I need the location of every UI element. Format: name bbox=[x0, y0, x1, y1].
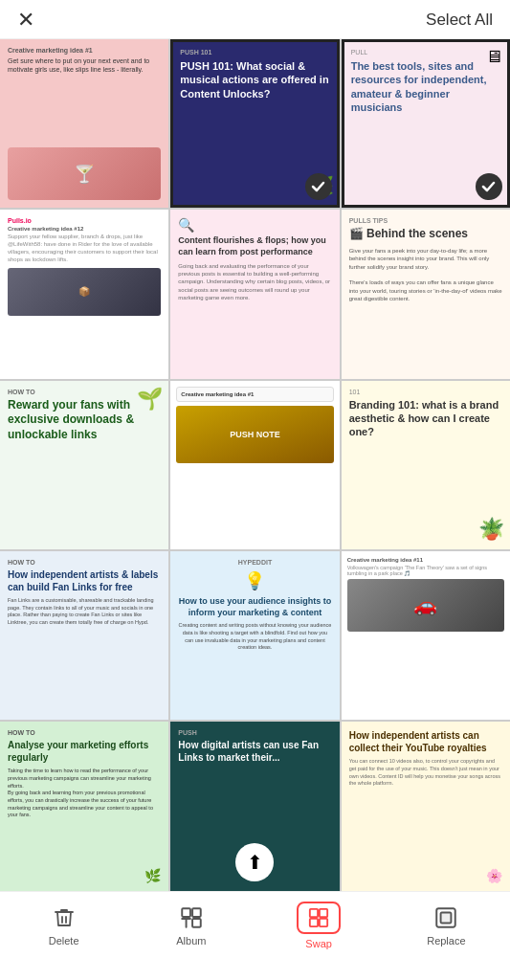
item15-body: You can connect 10 videos also, to contr… bbox=[349, 758, 502, 788]
item12-tag: Creative marketing idea #11 bbox=[347, 557, 504, 563]
item11-tag: HYPEDDIT bbox=[238, 559, 272, 566]
item7-emoji: 🌱 bbox=[137, 387, 163, 542]
item8-image: PUSH NOTE bbox=[176, 406, 333, 463]
item14-title: How digital artists can use Fan Links to… bbox=[178, 739, 331, 764]
grid-item-2[interactable]: PUSH 101 PUSH 101: What social & musical… bbox=[170, 39, 339, 208]
item15-title: How independent artists can collect thei… bbox=[349, 729, 502, 754]
grid-item-7[interactable]: HOW TO Reward your fans with exclusive d… bbox=[0, 381, 168, 549]
item10-body: Fan Links are a customisable, shareable … bbox=[8, 597, 161, 627]
item2-tag: PUSH 101 bbox=[180, 49, 329, 56]
item12-image: 🚗 bbox=[347, 579, 504, 632]
item6-tag: PULLS TIPS bbox=[349, 217, 502, 224]
svg-rect-2 bbox=[192, 919, 201, 927]
grid-item-3[interactable]: PULL The best tools, sites and resources… bbox=[342, 39, 510, 208]
close-button[interactable]: ✕ bbox=[17, 10, 34, 31]
item13-body: Taking the time to learn how to read the… bbox=[8, 768, 161, 819]
item1-tag: Creative marketing idea #1 bbox=[8, 47, 161, 54]
item13-tag: HOW TO bbox=[8, 729, 161, 736]
grid-item-15[interactable]: How independent artists can collect thei… bbox=[342, 722, 510, 890]
item11-body: Creating content and writing posts witho… bbox=[178, 622, 331, 652]
swap-icon bbox=[308, 907, 329, 928]
item8-mini-card: Creative marketing idea #1 bbox=[176, 387, 333, 402]
item6-title: 🎬 Behind the scenes bbox=[349, 227, 502, 242]
bottom-navigation: Delete Album Swap bbox=[0, 891, 510, 963]
item3-tag: PULL bbox=[351, 49, 368, 56]
svg-rect-10 bbox=[441, 912, 452, 923]
item3-emoji: 🖥 bbox=[485, 47, 502, 67]
item13-emoji: 🌿 bbox=[144, 868, 161, 883]
grid-item-1[interactable]: Creative marketing idea #1 Get sure wher… bbox=[0, 39, 168, 208]
item13-title: Analyse your marketing efforts regularly bbox=[8, 739, 161, 764]
item14-tag: PUSH bbox=[178, 729, 331, 736]
nav-swap[interactable]: Swap bbox=[290, 902, 347, 949]
item4-body: Support your fellow supplier, branch & d… bbox=[8, 234, 161, 263]
item3-title: The best tools, sites and resources for … bbox=[351, 59, 500, 114]
item14-icon-wrap: ⬆ bbox=[235, 843, 274, 881]
item8-img-text: PUSH NOTE bbox=[230, 430, 280, 439]
item1-title: Get sure where to put on your next event… bbox=[8, 56, 161, 74]
grid-item-8[interactable]: Creative marketing idea #1 PUSH NOTE bbox=[170, 381, 339, 549]
item5-body: Going back and evaluating the performanc… bbox=[178, 262, 331, 302]
item9-title: Branding 101: what is a brand aesthetic … bbox=[349, 398, 502, 439]
album-icon bbox=[178, 904, 205, 931]
grid-item-11[interactable]: HYPEDDIT 💡 How to use your audience insi… bbox=[170, 551, 339, 720]
grid-item-13[interactable]: HOW TO Analyse your marketing efforts re… bbox=[0, 722, 168, 890]
delete-icon bbox=[51, 904, 78, 931]
item5-title: Content flourishes & flops; how you can … bbox=[178, 235, 331, 257]
item4-image: 📦 bbox=[8, 268, 161, 316]
grid-item-9[interactable]: 101 Branding 101: what is a brand aesthe… bbox=[342, 381, 510, 549]
item8-card-title: Creative marketing idea #1 bbox=[181, 391, 328, 397]
item2-check bbox=[305, 173, 332, 200]
item1-image: 🍸 bbox=[8, 147, 161, 200]
swap-label: Swap bbox=[305, 938, 332, 949]
item9-tag: 101 bbox=[349, 389, 502, 395]
header: ✕ Select All bbox=[0, 0, 510, 39]
content-grid: Creative marketing idea #1 Get sure wher… bbox=[0, 39, 510, 891]
item12-img-icon: 🚗 bbox=[413, 593, 437, 616]
svg-rect-5 bbox=[310, 908, 318, 916]
svg-rect-7 bbox=[310, 919, 318, 926]
item12-body: Volkswagen's campaign 'The Fan Theory' s… bbox=[347, 565, 504, 576]
item11-icon: 💡 bbox=[244, 570, 265, 591]
swap-icon-box bbox=[297, 902, 341, 934]
grid-item-12[interactable]: Creative marketing idea #11 Volkswagen's… bbox=[342, 551, 510, 720]
svg-rect-0 bbox=[182, 908, 190, 917]
delete-label: Delete bbox=[49, 935, 79, 947]
item14-icon: ⬆ bbox=[247, 851, 263, 874]
grid-item-5[interactable]: 🔍 Content flourishes & flops; how you ca… bbox=[170, 210, 339, 378]
item2-title: PUSH 101: What social & musical actions … bbox=[180, 59, 329, 100]
nav-delete[interactable]: Delete bbox=[35, 904, 93, 947]
replace-label: Replace bbox=[427, 935, 465, 947]
grid-item-14[interactable]: PUSH How digital artists can use Fan Lin… bbox=[170, 722, 339, 890]
svg-rect-6 bbox=[320, 908, 327, 916]
album-label: Album bbox=[176, 935, 206, 947]
item4-label: Pulls.io bbox=[8, 217, 161, 224]
item10-title: How independent artists & labels can bui… bbox=[8, 568, 161, 593]
grid-item-6[interactable]: PULLS TIPS 🎬 Behind the scenes Give your… bbox=[342, 210, 510, 378]
grid-item-10[interactable]: HOW TO How independent artists & labels … bbox=[0, 551, 168, 720]
nav-replace[interactable]: Replace bbox=[417, 904, 475, 947]
nav-album[interactable]: Album bbox=[163, 904, 220, 947]
grid-item-4[interactable]: Pulls.io Creative marketing idea #12 Sup… bbox=[0, 210, 168, 378]
item6-body: Give your fans a peek into your day-to-d… bbox=[349, 247, 502, 303]
item4-tag: Creative marketing idea #12 bbox=[8, 226, 161, 232]
item9-emoji: 🪴 bbox=[478, 517, 504, 542]
item5-icon: 🔍 bbox=[178, 217, 331, 233]
item15-emoji: 🌸 bbox=[486, 868, 502, 883]
item10-tag: HOW TO bbox=[8, 559, 161, 566]
select-all-button[interactable]: Select All bbox=[426, 11, 493, 30]
item11-title: How to use your audience insights to inf… bbox=[178, 596, 331, 618]
svg-rect-8 bbox=[320, 919, 327, 926]
svg-rect-1 bbox=[192, 908, 201, 917]
replace-icon bbox=[432, 904, 459, 931]
